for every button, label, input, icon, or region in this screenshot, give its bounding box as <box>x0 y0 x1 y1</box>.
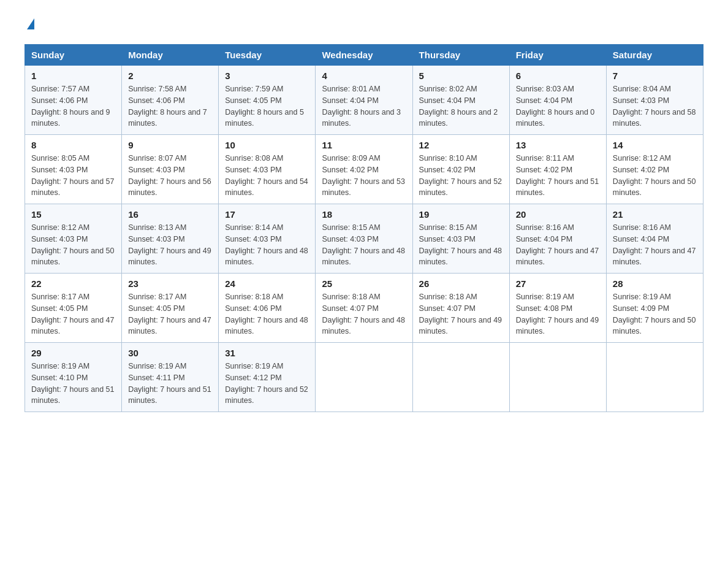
logo <box>25 18 34 32</box>
calendar-cell: 7 Sunrise: 8:04 AMSunset: 4:03 PMDayligh… <box>606 66 703 135</box>
day-number: 27 <box>516 278 600 289</box>
day-info: Sunrise: 8:01 AMSunset: 4:04 PMDaylight:… <box>322 85 401 128</box>
day-info: Sunrise: 8:02 AMSunset: 4:04 PMDaylight:… <box>419 85 498 128</box>
calendar-week-row: 22 Sunrise: 8:17 AMSunset: 4:05 PMDaylig… <box>25 274 703 343</box>
day-info: Sunrise: 7:59 AMSunset: 4:05 PMDaylight:… <box>225 85 304 128</box>
calendar-cell: 13 Sunrise: 8:11 AMSunset: 4:02 PMDaylig… <box>509 135 606 204</box>
day-info: Sunrise: 8:15 AMSunset: 4:03 PMDaylight:… <box>322 223 405 266</box>
day-info: Sunrise: 8:19 AMSunset: 4:08 PMDaylight:… <box>516 293 599 335</box>
day-number: 9 <box>128 140 212 150</box>
calendar-cell: 21 Sunrise: 8:16 AMSunset: 4:04 PMDaylig… <box>606 204 703 274</box>
calendar-cell: 18 Sunrise: 8:15 AMSunset: 4:03 PMDaylig… <box>316 204 412 274</box>
calendar-week-row: 29 Sunrise: 8:19 AMSunset: 4:10 PMDaylig… <box>25 343 703 412</box>
calendar-cell: 15 Sunrise: 8:12 AMSunset: 4:03 PMDaylig… <box>25 204 122 274</box>
day-info: Sunrise: 8:18 AMSunset: 4:07 PMDaylight:… <box>419 293 502 335</box>
day-info: Sunrise: 8:19 AMSunset: 4:11 PMDaylight:… <box>128 362 211 405</box>
day-info: Sunrise: 8:18 AMSunset: 4:06 PMDaylight:… <box>225 293 308 335</box>
day-info: Sunrise: 8:12 AMSunset: 4:03 PMDaylight:… <box>31 223 115 266</box>
calendar-cell: 24 Sunrise: 8:18 AMSunset: 4:06 PMDaylig… <box>219 274 316 343</box>
day-info: Sunrise: 8:17 AMSunset: 4:05 PMDaylight:… <box>31 293 115 335</box>
calendar-cell: 25 Sunrise: 8:18 AMSunset: 4:07 PMDaylig… <box>316 274 412 343</box>
day-number: 15 <box>31 209 115 220</box>
calendar-cell: 28 Sunrise: 8:19 AMSunset: 4:09 PMDaylig… <box>606 274 703 343</box>
calendar-cell: 1 Sunrise: 7:57 AMSunset: 4:06 PMDayligh… <box>25 66 122 135</box>
logo-triangle-icon <box>27 18 34 29</box>
day-info: Sunrise: 8:10 AMSunset: 4:02 PMDaylight:… <box>419 154 502 197</box>
day-info: Sunrise: 8:14 AMSunset: 4:03 PMDaylight:… <box>225 223 308 266</box>
weekday-header-wednesday: Wednesday <box>316 45 412 66</box>
calendar-cell: 2 Sunrise: 7:58 AMSunset: 4:06 PMDayligh… <box>122 66 219 135</box>
day-info: Sunrise: 8:19 AMSunset: 4:12 PMDaylight:… <box>225 362 308 405</box>
calendar-cell: 14 Sunrise: 8:12 AMSunset: 4:02 PMDaylig… <box>606 135 703 204</box>
weekday-header-row: SundayMondayTuesdayWednesdayThursdayFrid… <box>25 45 703 66</box>
calendar-cell: 16 Sunrise: 8:13 AMSunset: 4:03 PMDaylig… <box>122 204 219 274</box>
day-number: 25 <box>322 278 406 289</box>
day-number: 14 <box>613 140 697 150</box>
day-number: 3 <box>225 71 309 81</box>
day-info: Sunrise: 8:18 AMSunset: 4:07 PMDaylight:… <box>322 293 405 335</box>
day-number: 4 <box>322 71 406 81</box>
calendar-cell: 5 Sunrise: 8:02 AMSunset: 4:04 PMDayligh… <box>412 66 509 135</box>
calendar-cell: 20 Sunrise: 8:16 AMSunset: 4:04 PMDaylig… <box>509 204 606 274</box>
page-header <box>25 18 703 32</box>
calendar-cell: 17 Sunrise: 8:14 AMSunset: 4:03 PMDaylig… <box>219 204 316 274</box>
day-info: Sunrise: 8:16 AMSunset: 4:04 PMDaylight:… <box>613 223 696 266</box>
day-number: 12 <box>419 140 503 150</box>
calendar-table: SundayMondayTuesdayWednesdayThursdayFrid… <box>25 44 703 412</box>
day-number: 6 <box>516 71 600 81</box>
calendar-cell: 6 Sunrise: 8:03 AMSunset: 4:04 PMDayligh… <box>509 66 606 135</box>
day-number: 11 <box>322 140 406 150</box>
calendar-cell: 3 Sunrise: 7:59 AMSunset: 4:05 PMDayligh… <box>219 66 316 135</box>
day-info: Sunrise: 8:05 AMSunset: 4:03 PMDaylight:… <box>31 154 115 197</box>
calendar-cell <box>412 343 509 412</box>
day-info: Sunrise: 8:09 AMSunset: 4:02 PMDaylight:… <box>322 154 405 197</box>
day-info: Sunrise: 8:11 AMSunset: 4:02 PMDaylight:… <box>516 154 599 197</box>
day-number: 19 <box>419 209 503 220</box>
calendar-week-row: 15 Sunrise: 8:12 AMSunset: 4:03 PMDaylig… <box>25 204 703 274</box>
calendar-cell: 26 Sunrise: 8:18 AMSunset: 4:07 PMDaylig… <box>412 274 509 343</box>
weekday-header-sunday: Sunday <box>25 45 122 66</box>
calendar-cell <box>509 343 606 412</box>
day-number: 2 <box>128 71 212 81</box>
calendar-cell: 10 Sunrise: 8:08 AMSunset: 4:03 PMDaylig… <box>219 135 316 204</box>
day-number: 29 <box>31 348 115 358</box>
day-info: Sunrise: 8:16 AMSunset: 4:04 PMDaylight:… <box>516 223 599 266</box>
day-info: Sunrise: 8:19 AMSunset: 4:09 PMDaylight:… <box>613 293 696 335</box>
day-number: 1 <box>31 71 115 81</box>
calendar-week-row: 8 Sunrise: 8:05 AMSunset: 4:03 PMDayligh… <box>25 135 703 204</box>
day-info: Sunrise: 8:04 AMSunset: 4:03 PMDaylight:… <box>613 85 696 128</box>
calendar-cell: 19 Sunrise: 8:15 AMSunset: 4:03 PMDaylig… <box>412 204 509 274</box>
day-info: Sunrise: 7:58 AMSunset: 4:06 PMDaylight:… <box>128 85 207 128</box>
day-number: 21 <box>613 209 697 220</box>
day-number: 28 <box>613 278 697 289</box>
day-number: 24 <box>225 278 309 289</box>
weekday-header-thursday: Thursday <box>412 45 509 66</box>
calendar-cell: 30 Sunrise: 8:19 AMSunset: 4:11 PMDaylig… <box>122 343 219 412</box>
day-number: 20 <box>516 209 600 220</box>
calendar-cell: 9 Sunrise: 8:07 AMSunset: 4:03 PMDayligh… <box>122 135 219 204</box>
day-number: 26 <box>419 278 503 289</box>
calendar-cell: 11 Sunrise: 8:09 AMSunset: 4:02 PMDaylig… <box>316 135 412 204</box>
day-info: Sunrise: 8:08 AMSunset: 4:03 PMDaylight:… <box>225 154 308 197</box>
calendar-cell <box>316 343 412 412</box>
weekday-header-saturday: Saturday <box>606 45 703 66</box>
calendar-cell: 8 Sunrise: 8:05 AMSunset: 4:03 PMDayligh… <box>25 135 122 204</box>
day-number: 13 <box>516 140 600 150</box>
day-info: Sunrise: 8:19 AMSunset: 4:10 PMDaylight:… <box>31 362 115 405</box>
day-number: 5 <box>419 71 503 81</box>
day-number: 17 <box>225 209 309 220</box>
day-info: Sunrise: 8:13 AMSunset: 4:03 PMDaylight:… <box>128 223 211 266</box>
day-number: 16 <box>128 209 212 220</box>
calendar-cell: 12 Sunrise: 8:10 AMSunset: 4:02 PMDaylig… <box>412 135 509 204</box>
weekday-header-tuesday: Tuesday <box>219 45 316 66</box>
calendar-cell: 31 Sunrise: 8:19 AMSunset: 4:12 PMDaylig… <box>219 343 316 412</box>
calendar-week-row: 1 Sunrise: 7:57 AMSunset: 4:06 PMDayligh… <box>25 66 703 135</box>
weekday-header-friday: Friday <box>509 45 606 66</box>
calendar-cell <box>606 343 703 412</box>
day-info: Sunrise: 7:57 AMSunset: 4:06 PMDaylight:… <box>31 85 110 128</box>
calendar-cell: 22 Sunrise: 8:17 AMSunset: 4:05 PMDaylig… <box>25 274 122 343</box>
day-info: Sunrise: 8:07 AMSunset: 4:03 PMDaylight:… <box>128 154 211 197</box>
day-number: 18 <box>322 209 406 220</box>
day-number: 7 <box>613 71 697 81</box>
calendar-cell: 4 Sunrise: 8:01 AMSunset: 4:04 PMDayligh… <box>316 66 412 135</box>
